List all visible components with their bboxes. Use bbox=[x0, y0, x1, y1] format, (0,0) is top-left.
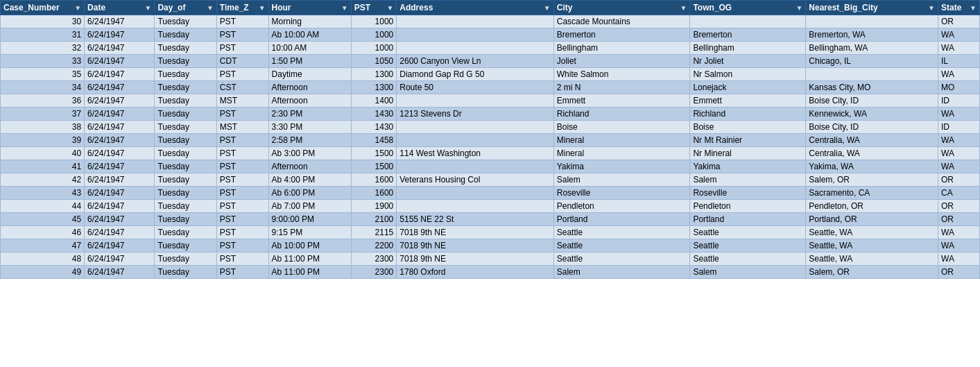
cell-date: 6/24/1947 bbox=[85, 187, 155, 200]
cell-case_number: 42 bbox=[1, 173, 85, 187]
cell-city: Pendleton bbox=[553, 200, 690, 213]
cell-day_of: Tuesday bbox=[155, 15, 216, 28]
cell-state: WA bbox=[938, 108, 980, 121]
cell-address bbox=[397, 15, 553, 28]
cell-case_number: 47 bbox=[1, 239, 85, 253]
cell-city: Seattle bbox=[553, 226, 690, 239]
column-header-time_z[interactable]: Time_Z▼ bbox=[216, 1, 268, 15]
cell-hour: Afternoon bbox=[268, 81, 351, 94]
cell-day_of: Tuesday bbox=[155, 200, 216, 213]
cell-address: 7018 9th NE bbox=[397, 253, 553, 266]
cell-address bbox=[397, 134, 553, 147]
cell-address: Veterans Housing Col bbox=[397, 173, 553, 187]
cell-day_of: Tuesday bbox=[155, 226, 216, 239]
cell-state: CA bbox=[938, 187, 980, 200]
cell-case_number: 37 bbox=[1, 108, 85, 121]
cell-day_of: Tuesday bbox=[155, 253, 216, 266]
column-header-hour[interactable]: Hour▼ bbox=[268, 1, 351, 15]
column-header-date[interactable]: Date▼ bbox=[85, 1, 155, 15]
cell-city: Richland bbox=[553, 108, 690, 121]
table-row: 336/24/1947TuesdayCDT1:50 PM10502600 Can… bbox=[1, 55, 980, 68]
column-header-day_of[interactable]: Day_of▼ bbox=[155, 1, 216, 15]
cell-state: MO bbox=[938, 81, 980, 94]
cell-day_of: Tuesday bbox=[155, 187, 216, 200]
column-label: Hour bbox=[272, 3, 291, 12]
cell-address bbox=[397, 42, 553, 55]
cell-date: 6/24/1947 bbox=[85, 213, 155, 226]
table-row: 386/24/1947TuesdayMST3:30 PM1430BoiseBoi… bbox=[1, 121, 980, 134]
cell-town_og: Lonejack bbox=[690, 81, 806, 94]
column-label: PST bbox=[354, 3, 370, 12]
cell-city: Roseville bbox=[553, 187, 690, 200]
cell-date: 6/24/1947 bbox=[85, 266, 155, 279]
cell-town_og: Seattle bbox=[690, 239, 806, 253]
cell-pst: 1430 bbox=[351, 121, 397, 134]
cell-nearest_big_city: Kennewick, WA bbox=[806, 108, 938, 121]
cell-nearest_big_city: Seattle, WA bbox=[806, 239, 938, 253]
column-label: City bbox=[557, 3, 573, 12]
cell-city: 2 mi N bbox=[553, 81, 690, 94]
cell-town_og: Seattle bbox=[690, 226, 806, 239]
column-label: Case_Number bbox=[3, 3, 60, 12]
cell-pst: 1300 bbox=[351, 68, 397, 81]
cell-address: Diamond Gap Rd G 50 bbox=[397, 68, 553, 81]
cell-town_og: Salem bbox=[690, 173, 806, 187]
cell-city: Salem bbox=[553, 266, 690, 279]
table-row: 456/24/1947TuesdayPST9:00:00 PM21005155 … bbox=[1, 213, 980, 226]
cell-hour: Ab 6:00 PM bbox=[268, 187, 351, 200]
cell-address bbox=[397, 94, 553, 108]
column-header-case_number[interactable]: Case_Number▼ bbox=[1, 1, 85, 15]
column-header-town_og[interactable]: Town_OG▼ bbox=[690, 1, 806, 15]
cell-date: 6/24/1947 bbox=[85, 55, 155, 68]
cell-case_number: 39 bbox=[1, 134, 85, 147]
cell-day_of: Tuesday bbox=[155, 147, 216, 160]
cell-pst: 1500 bbox=[351, 147, 397, 160]
cell-pst: 1500 bbox=[351, 160, 397, 173]
cell-pst: 1050 bbox=[351, 55, 397, 68]
cell-date: 6/24/1947 bbox=[85, 94, 155, 108]
cell-day_of: Tuesday bbox=[155, 213, 216, 226]
cell-state: WA bbox=[938, 160, 980, 173]
cell-time_z: PST bbox=[216, 187, 268, 200]
cell-city: Boise bbox=[553, 121, 690, 134]
table-row: 466/24/1947TuesdayPST9:15 PM21157018 9th… bbox=[1, 226, 980, 239]
cell-date: 6/24/1947 bbox=[85, 226, 155, 239]
cell-pst: 1600 bbox=[351, 173, 397, 187]
cell-address: 5155 NE 22 St bbox=[397, 213, 553, 226]
cell-town_og: Nr Salmon bbox=[690, 68, 806, 81]
cell-hour: Ab 7:00 PM bbox=[268, 200, 351, 213]
cell-hour: 9:00:00 PM bbox=[268, 213, 351, 226]
column-header-state[interactable]: State▼ bbox=[938, 1, 980, 15]
cell-state: WA bbox=[938, 253, 980, 266]
cell-day_of: Tuesday bbox=[155, 108, 216, 121]
column-label: Date bbox=[87, 3, 105, 12]
cell-nearest_big_city: Sacramento, CA bbox=[806, 187, 938, 200]
column-header-city[interactable]: City▼ bbox=[553, 1, 690, 15]
column-label: Day_of bbox=[157, 3, 185, 12]
cell-day_of: Tuesday bbox=[155, 28, 216, 42]
cell-pst: 1300 bbox=[351, 81, 397, 94]
table-row: 306/24/1947TuesdayPSTMorning1000Cascade … bbox=[1, 15, 980, 28]
column-header-address[interactable]: Address▼ bbox=[397, 1, 553, 15]
cell-address: 1780 Oxford bbox=[397, 266, 553, 279]
cell-state: WA bbox=[938, 42, 980, 55]
cell-nearest_big_city bbox=[806, 15, 938, 28]
cell-nearest_big_city: Chicago, IL bbox=[806, 55, 938, 68]
cell-day_of: Tuesday bbox=[155, 266, 216, 279]
column-header-nearest_big_city[interactable]: Nearest_Big_City▼ bbox=[806, 1, 938, 15]
cell-case_number: 45 bbox=[1, 213, 85, 226]
cell-pst: 1400 bbox=[351, 94, 397, 108]
cell-nearest_big_city: Boise City, ID bbox=[806, 94, 938, 108]
sort-icon: ▼ bbox=[207, 4, 214, 12]
table-row: 366/24/1947TuesdayMSTAfternoon1400Emmett… bbox=[1, 94, 980, 108]
cell-town_og: Portland bbox=[690, 213, 806, 226]
sort-icon: ▼ bbox=[341, 4, 348, 12]
cell-town_og: Nr Mt Rainier bbox=[690, 134, 806, 147]
cell-city: Bellingham bbox=[553, 42, 690, 55]
cell-case_number: 49 bbox=[1, 266, 85, 279]
column-header-pst[interactable]: PST▼ bbox=[351, 1, 397, 15]
cell-city: Mineral bbox=[553, 134, 690, 147]
cell-case_number: 40 bbox=[1, 147, 85, 160]
table-row: 416/24/1947TuesdayPSTAfternoon1500Yakima… bbox=[1, 160, 980, 173]
cell-time_z: PST bbox=[216, 134, 268, 147]
